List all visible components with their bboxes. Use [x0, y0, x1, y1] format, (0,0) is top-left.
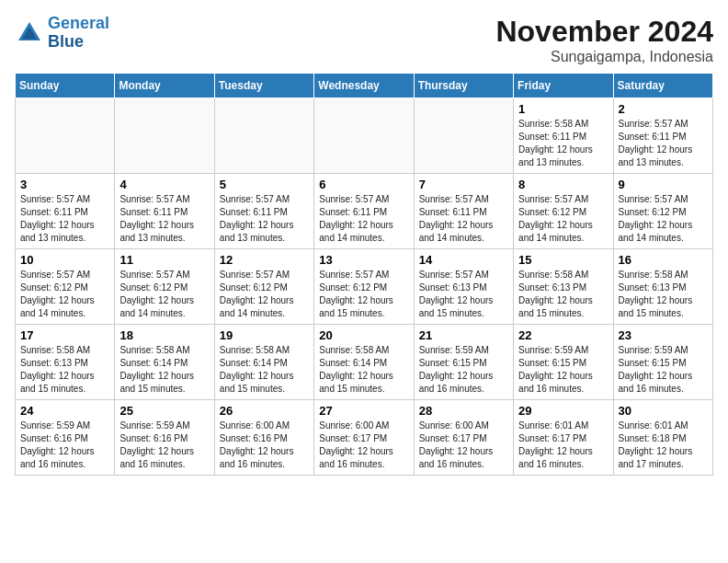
day-number: 6 [319, 178, 408, 191]
day-number: 10 [20, 253, 109, 267]
calendar-cell [314, 98, 414, 174]
day-info: Sunrise: 5:57 AM Sunset: 6:12 PM Dayligh… [619, 193, 708, 245]
month-title: November 2024 [495, 15, 713, 49]
calendar-cell: 8Sunrise: 5:57 AM Sunset: 6:12 PM Daylig… [514, 174, 613, 249]
weekday-header: Friday [514, 74, 613, 98]
day-info: Sunrise: 5:57 AM Sunset: 6:12 PM Dayligh… [20, 269, 109, 320]
calendar-cell: 28Sunrise: 6:00 AM Sunset: 6:17 PM Dayli… [414, 400, 513, 476]
day-info: Sunrise: 5:59 AM Sunset: 6:15 PM Dayligh… [619, 344, 708, 396]
day-number: 15 [518, 253, 608, 267]
weekday-header: Saturday [613, 74, 712, 98]
calendar-cell: 9Sunrise: 5:57 AM Sunset: 6:12 PM Daylig… [613, 174, 712, 249]
day-number: 9 [619, 178, 708, 191]
calendar-cell: 20Sunrise: 5:58 AM Sunset: 6:14 PM Dayli… [314, 325, 414, 400]
logo: General Blue [15, 15, 109, 52]
day-info: Sunrise: 5:57 AM Sunset: 6:11 PM Dayligh… [319, 193, 408, 245]
day-number: 24 [20, 404, 109, 418]
weekday-header: Monday [115, 74, 214, 98]
day-number: 25 [119, 404, 209, 418]
calendar-cell: 13Sunrise: 5:57 AM Sunset: 6:12 PM Dayli… [314, 249, 414, 325]
day-info: Sunrise: 5:57 AM Sunset: 6:11 PM Dayligh… [619, 118, 708, 169]
weekday-header: Tuesday [214, 74, 313, 98]
day-number: 29 [518, 404, 608, 418]
weekday-header: Sunday [16, 74, 115, 98]
calendar-cell: 24Sunrise: 5:59 AM Sunset: 6:16 PM Dayli… [16, 400, 115, 476]
day-info: Sunrise: 5:57 AM Sunset: 6:13 PM Dayligh… [419, 269, 508, 320]
day-number: 27 [319, 404, 408, 418]
calendar-cell: 4Sunrise: 5:57 AM Sunset: 6:11 PM Daylig… [115, 174, 214, 249]
day-info: Sunrise: 5:57 AM Sunset: 6:12 PM Dayligh… [319, 269, 408, 320]
logo-text: General Blue [48, 15, 109, 52]
day-info: Sunrise: 5:59 AM Sunset: 6:15 PM Dayligh… [419, 344, 508, 396]
day-info: Sunrise: 5:58 AM Sunset: 6:13 PM Dayligh… [20, 344, 109, 396]
title-area: November 2024 Sungaigampa, Indonesia [495, 15, 713, 65]
calendar: SundayMondayTuesdayWednesdayThursdayFrid… [15, 73, 713, 476]
day-number: 19 [220, 328, 309, 342]
calendar-cell: 29Sunrise: 6:01 AM Sunset: 6:17 PM Dayli… [514, 400, 613, 476]
logo-icon [15, 18, 44, 48]
calendar-cell: 25Sunrise: 5:59 AM Sunset: 6:16 PM Dayli… [115, 400, 214, 476]
weekday-header: Thursday [414, 74, 513, 98]
day-number: 21 [419, 328, 508, 342]
day-info: Sunrise: 5:59 AM Sunset: 6:15 PM Dayligh… [518, 344, 608, 396]
weekday-header-row: SundayMondayTuesdayWednesdayThursdayFrid… [16, 74, 713, 98]
calendar-cell: 22Sunrise: 5:59 AM Sunset: 6:15 PM Dayli… [514, 325, 613, 400]
day-info: Sunrise: 5:58 AM Sunset: 6:14 PM Dayligh… [319, 344, 408, 396]
day-info: Sunrise: 5:57 AM Sunset: 6:11 PM Dayligh… [20, 193, 109, 245]
day-number: 28 [419, 404, 508, 418]
calendar-cell: 16Sunrise: 5:58 AM Sunset: 6:13 PM Dayli… [613, 249, 712, 325]
day-info: Sunrise: 5:59 AM Sunset: 6:16 PM Dayligh… [119, 419, 209, 471]
day-number: 5 [220, 178, 309, 191]
day-info: Sunrise: 5:57 AM Sunset: 6:11 PM Dayligh… [119, 193, 209, 245]
day-info: Sunrise: 6:01 AM Sunset: 6:17 PM Dayligh… [518, 419, 608, 471]
location: Sungaigampa, Indonesia [495, 49, 713, 65]
calendar-cell [214, 98, 313, 174]
calendar-cell: 17Sunrise: 5:58 AM Sunset: 6:13 PM Dayli… [16, 325, 115, 400]
calendar-cell: 19Sunrise: 5:58 AM Sunset: 6:14 PM Dayli… [214, 325, 313, 400]
day-info: Sunrise: 6:00 AM Sunset: 6:17 PM Dayligh… [319, 419, 408, 471]
calendar-cell: 18Sunrise: 5:58 AM Sunset: 6:14 PM Dayli… [115, 325, 214, 400]
day-number: 4 [119, 178, 209, 191]
day-number: 20 [319, 328, 408, 342]
day-info: Sunrise: 5:58 AM Sunset: 6:11 PM Dayligh… [518, 118, 608, 169]
day-number: 17 [20, 328, 109, 342]
calendar-cell: 21Sunrise: 5:59 AM Sunset: 6:15 PM Dayli… [414, 325, 513, 400]
calendar-cell: 15Sunrise: 5:58 AM Sunset: 6:13 PM Dayli… [514, 249, 613, 325]
calendar-cell: 23Sunrise: 5:59 AM Sunset: 6:15 PM Dayli… [613, 325, 712, 400]
day-number: 8 [518, 178, 608, 191]
day-info: Sunrise: 6:01 AM Sunset: 6:18 PM Dayligh… [619, 419, 708, 471]
day-number: 26 [220, 404, 309, 418]
day-info: Sunrise: 5:58 AM Sunset: 6:13 PM Dayligh… [619, 269, 708, 320]
calendar-cell: 30Sunrise: 6:01 AM Sunset: 6:18 PM Dayli… [613, 400, 712, 476]
calendar-week-row: 1Sunrise: 5:58 AM Sunset: 6:11 PM Daylig… [16, 98, 713, 174]
day-number: 7 [419, 178, 508, 191]
day-info: Sunrise: 5:59 AM Sunset: 6:16 PM Dayligh… [20, 419, 109, 471]
calendar-cell: 1Sunrise: 5:58 AM Sunset: 6:11 PM Daylig… [514, 98, 613, 174]
day-number: 22 [518, 328, 608, 342]
calendar-week-row: 24Sunrise: 5:59 AM Sunset: 6:16 PM Dayli… [16, 400, 713, 476]
day-info: Sunrise: 5:57 AM Sunset: 6:12 PM Dayligh… [119, 269, 209, 320]
calendar-cell: 26Sunrise: 6:00 AM Sunset: 6:16 PM Dayli… [214, 400, 313, 476]
day-info: Sunrise: 6:00 AM Sunset: 6:16 PM Dayligh… [220, 419, 309, 471]
day-info: Sunrise: 5:58 AM Sunset: 6:13 PM Dayligh… [518, 269, 608, 320]
weekday-header: Wednesday [314, 74, 414, 98]
calendar-week-row: 10Sunrise: 5:57 AM Sunset: 6:12 PM Dayli… [16, 249, 713, 325]
calendar-cell: 7Sunrise: 5:57 AM Sunset: 6:11 PM Daylig… [414, 174, 513, 249]
day-info: Sunrise: 5:57 AM Sunset: 6:11 PM Dayligh… [220, 193, 309, 245]
page-header: General Blue November 2024 Sungaigampa, … [15, 15, 713, 65]
day-info: Sunrise: 5:57 AM Sunset: 6:12 PM Dayligh… [220, 269, 309, 320]
calendar-cell: 14Sunrise: 5:57 AM Sunset: 6:13 PM Dayli… [414, 249, 513, 325]
day-number: 30 [619, 404, 708, 418]
calendar-cell: 27Sunrise: 6:00 AM Sunset: 6:17 PM Dayli… [314, 400, 414, 476]
day-number: 16 [619, 253, 708, 267]
calendar-cell: 3Sunrise: 5:57 AM Sunset: 6:11 PM Daylig… [16, 174, 115, 249]
day-info: Sunrise: 5:57 AM Sunset: 6:11 PM Dayligh… [419, 193, 508, 245]
day-number: 23 [619, 328, 708, 342]
day-number: 14 [419, 253, 508, 267]
calendar-cell [115, 98, 214, 174]
calendar-cell: 5Sunrise: 5:57 AM Sunset: 6:11 PM Daylig… [214, 174, 313, 249]
day-info: Sunrise: 5:58 AM Sunset: 6:14 PM Dayligh… [220, 344, 309, 396]
calendar-week-row: 3Sunrise: 5:57 AM Sunset: 6:11 PM Daylig… [16, 174, 713, 249]
calendar-cell: 2Sunrise: 5:57 AM Sunset: 6:11 PM Daylig… [613, 98, 712, 174]
day-info: Sunrise: 6:00 AM Sunset: 6:17 PM Dayligh… [419, 419, 508, 471]
